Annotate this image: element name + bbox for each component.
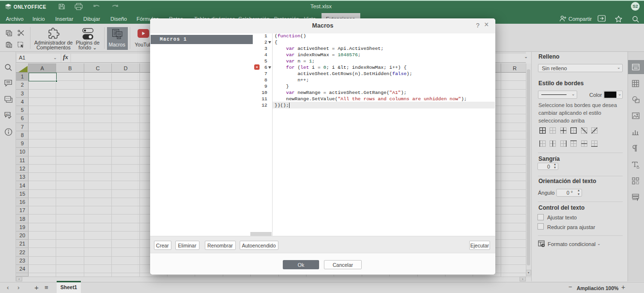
- svg-text:abc: abc: [6, 113, 10, 116]
